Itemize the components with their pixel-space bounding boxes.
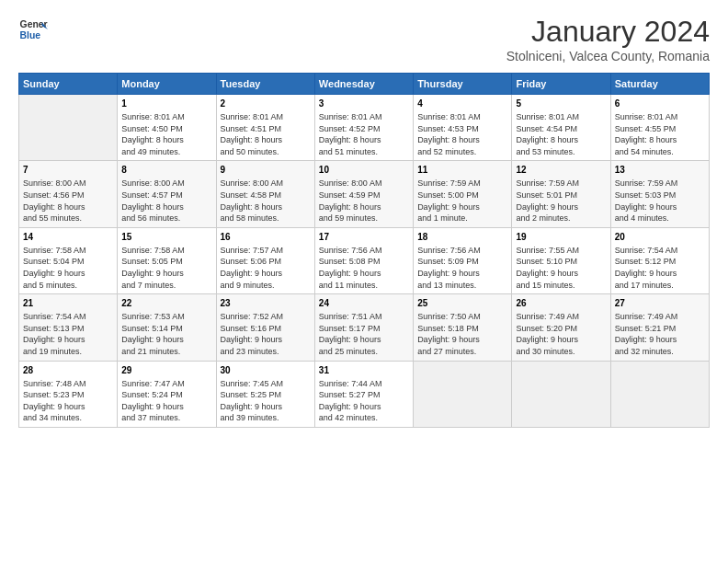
cell-content: Sunrise: 8:00 AM Sunset: 4:56 PM Dayligh… — [23, 178, 86, 223]
cell-content: Sunrise: 7:51 AM Sunset: 5:17 PM Dayligh… — [319, 312, 382, 356]
calendar-cell: 8Sunrise: 8:00 AM Sunset: 4:57 PM Daylig… — [118, 161, 216, 227]
calendar-cell: 5Sunrise: 8:01 AM Sunset: 4:54 PM Daylig… — [512, 95, 610, 161]
cell-content: Sunrise: 7:45 AM Sunset: 5:25 PM Dayligh… — [221, 379, 284, 423]
weekday-header-cell: Friday — [512, 74, 610, 95]
calendar-cell: 14Sunrise: 7:58 AM Sunset: 5:04 PM Dayli… — [19, 227, 118, 293]
cell-content: Sunrise: 8:01 AM Sunset: 4:55 PM Dayligh… — [615, 112, 678, 156]
cell-content: Sunrise: 7:59 AM Sunset: 5:00 PM Dayligh… — [417, 178, 481, 223]
calendar-cell: 16Sunrise: 7:57 AM Sunset: 5:06 PM Dayli… — [216, 227, 314, 293]
day-number: 7 — [23, 164, 113, 177]
day-number: 21 — [23, 297, 113, 310]
calendar-cell: 1Sunrise: 8:01 AM Sunset: 4:50 PM Daylig… — [118, 95, 216, 161]
day-number: 16 — [221, 231, 311, 244]
calendar-week-row: 14Sunrise: 7:58 AM Sunset: 5:04 PM Dayli… — [19, 227, 710, 293]
weekday-header-cell: Saturday — [610, 74, 709, 95]
calendar-cell: 20Sunrise: 7:54 AM Sunset: 5:12 PM Dayli… — [610, 227, 709, 293]
title-block: January 2024 Stolniceni, Valcea County, … — [506, 15, 710, 63]
day-number: 5 — [516, 98, 606, 110]
page-header: General Blue January 2024 Stolniceni, Va… — [18, 15, 710, 63]
cell-content: Sunrise: 7:50 AM Sunset: 5:18 PM Dayligh… — [417, 312, 481, 356]
calendar-cell — [512, 361, 610, 427]
day-number: 12 — [516, 164, 606, 177]
weekday-header-cell: Monday — [118, 74, 216, 95]
weekday-header-cell: Sunday — [19, 74, 118, 95]
cell-content: Sunrise: 8:01 AM Sunset: 4:53 PM Dayligh… — [417, 112, 481, 156]
day-number: 19 — [516, 231, 606, 244]
calendar-cell: 11Sunrise: 7:59 AM Sunset: 5:00 PM Dayli… — [414, 161, 512, 227]
day-number: 10 — [319, 164, 409, 177]
day-number: 29 — [121, 364, 211, 377]
calendar-cell: 21Sunrise: 7:54 AM Sunset: 5:13 PM Dayli… — [19, 294, 118, 361]
cell-content: Sunrise: 7:58 AM Sunset: 5:05 PM Dayligh… — [121, 246, 185, 290]
calendar-cell: 26Sunrise: 7:49 AM Sunset: 5:20 PM Dayli… — [512, 294, 610, 361]
calendar-cell: 15Sunrise: 7:58 AM Sunset: 5:05 PM Dayli… — [118, 227, 216, 293]
day-number: 13 — [615, 164, 705, 177]
day-number: 6 — [615, 98, 705, 110]
day-number: 22 — [121, 297, 211, 310]
day-number: 26 — [516, 297, 606, 310]
cell-content: Sunrise: 8:01 AM Sunset: 4:51 PM Dayligh… — [221, 112, 284, 156]
day-number: 23 — [221, 297, 311, 310]
calendar-cell — [19, 95, 118, 161]
day-number: 24 — [319, 297, 409, 310]
calendar-cell: 10Sunrise: 8:00 AM Sunset: 4:59 PM Dayli… — [314, 161, 413, 227]
calendar-cell: 6Sunrise: 8:01 AM Sunset: 4:55 PM Daylig… — [610, 95, 709, 161]
cell-content: Sunrise: 8:00 AM Sunset: 4:57 PM Dayligh… — [121, 178, 185, 223]
calendar-week-row: 1Sunrise: 8:01 AM Sunset: 4:50 PM Daylig… — [19, 95, 710, 161]
calendar-cell: 30Sunrise: 7:45 AM Sunset: 5:25 PM Dayli… — [216, 361, 314, 427]
day-number: 9 — [221, 164, 311, 177]
calendar-cell: 17Sunrise: 7:56 AM Sunset: 5:08 PM Dayli… — [314, 227, 413, 293]
calendar-cell: 18Sunrise: 7:56 AM Sunset: 5:09 PM Dayli… — [414, 227, 512, 293]
cell-content: Sunrise: 7:55 AM Sunset: 5:10 PM Dayligh… — [516, 246, 579, 290]
cell-content: Sunrise: 7:49 AM Sunset: 5:21 PM Dayligh… — [615, 312, 678, 356]
day-number: 11 — [417, 164, 507, 177]
calendar-cell: 19Sunrise: 7:55 AM Sunset: 5:10 PM Dayli… — [512, 227, 610, 293]
cell-content: Sunrise: 7:53 AM Sunset: 5:14 PM Dayligh… — [121, 312, 185, 356]
cell-content: Sunrise: 7:58 AM Sunset: 5:04 PM Dayligh… — [23, 246, 86, 290]
day-number: 25 — [417, 297, 507, 310]
calendar-cell: 29Sunrise: 7:47 AM Sunset: 5:24 PM Dayli… — [118, 361, 216, 427]
calendar-cell: 23Sunrise: 7:52 AM Sunset: 5:16 PM Dayli… — [216, 294, 314, 361]
svg-text:Blue: Blue — [20, 30, 41, 40]
cell-content: Sunrise: 7:49 AM Sunset: 5:20 PM Dayligh… — [516, 312, 579, 356]
cell-content: Sunrise: 8:01 AM Sunset: 4:54 PM Dayligh… — [516, 112, 579, 156]
calendar-cell: 9Sunrise: 8:00 AM Sunset: 4:58 PM Daylig… — [216, 161, 314, 227]
calendar-body: 1Sunrise: 8:01 AM Sunset: 4:50 PM Daylig… — [19, 95, 710, 428]
day-number: 8 — [121, 164, 211, 177]
logo: General Blue — [18, 15, 48, 44]
cell-content: Sunrise: 7:57 AM Sunset: 5:06 PM Dayligh… — [221, 246, 284, 290]
day-number: 14 — [23, 231, 113, 244]
weekday-header-cell: Thursday — [414, 74, 512, 95]
calendar-week-row: 7Sunrise: 8:00 AM Sunset: 4:56 PM Daylig… — [19, 161, 710, 227]
calendar-cell: 12Sunrise: 7:59 AM Sunset: 5:01 PM Dayli… — [512, 161, 610, 227]
subtitle: Stolniceni, Valcea County, Romania — [506, 49, 710, 63]
logo-icon: General Blue — [18, 15, 48, 44]
calendar-week-row: 28Sunrise: 7:48 AM Sunset: 5:23 PM Dayli… — [19, 361, 710, 427]
day-number: 17 — [319, 231, 409, 244]
calendar-cell: 3Sunrise: 8:01 AM Sunset: 4:52 PM Daylig… — [314, 95, 413, 161]
cell-content: Sunrise: 7:54 AM Sunset: 5:12 PM Dayligh… — [615, 246, 678, 290]
calendar-cell: 2Sunrise: 8:01 AM Sunset: 4:51 PM Daylig… — [216, 95, 314, 161]
calendar-cell: 27Sunrise: 7:49 AM Sunset: 5:21 PM Dayli… — [610, 294, 709, 361]
cell-content: Sunrise: 7:54 AM Sunset: 5:13 PM Dayligh… — [23, 312, 86, 356]
day-number: 31 — [319, 364, 409, 377]
calendar-cell — [610, 361, 709, 427]
cell-content: Sunrise: 7:59 AM Sunset: 5:01 PM Dayligh… — [516, 178, 579, 223]
cell-content: Sunrise: 7:48 AM Sunset: 5:23 PM Dayligh… — [23, 379, 86, 423]
day-number: 27 — [615, 297, 705, 310]
calendar-cell: 31Sunrise: 7:44 AM Sunset: 5:27 PM Dayli… — [314, 361, 413, 427]
day-number: 3 — [319, 98, 409, 110]
day-number: 1 — [121, 98, 211, 110]
calendar-week-row: 21Sunrise: 7:54 AM Sunset: 5:13 PM Dayli… — [19, 294, 710, 361]
day-number: 18 — [417, 231, 507, 244]
calendar-page: General Blue January 2024 Stolniceni, Va… — [0, 0, 728, 563]
day-number: 30 — [221, 364, 311, 377]
calendar-cell — [414, 361, 512, 427]
weekday-header-cell: Wednesday — [314, 74, 413, 95]
day-number: 15 — [121, 231, 211, 244]
calendar-cell: 7Sunrise: 8:00 AM Sunset: 4:56 PM Daylig… — [19, 161, 118, 227]
cell-content: Sunrise: 8:01 AM Sunset: 4:50 PM Dayligh… — [121, 112, 185, 156]
cell-content: Sunrise: 8:00 AM Sunset: 4:59 PM Dayligh… — [319, 178, 382, 223]
day-number: 20 — [615, 231, 705, 244]
cell-content: Sunrise: 7:47 AM Sunset: 5:24 PM Dayligh… — [121, 379, 185, 423]
